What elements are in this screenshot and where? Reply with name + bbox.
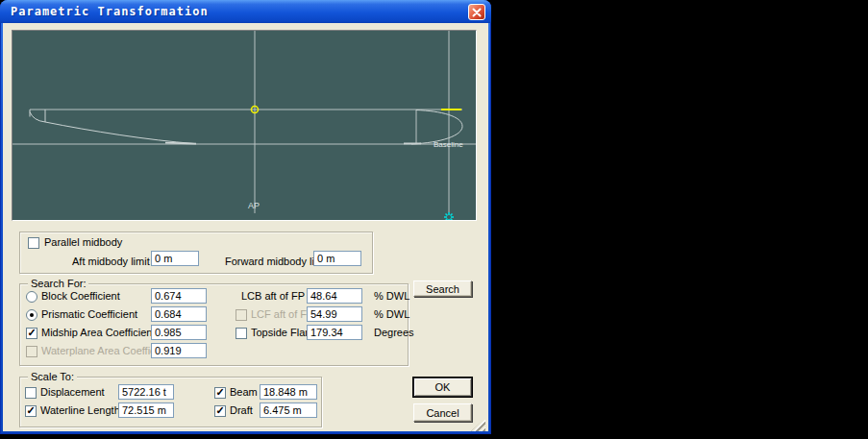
midship-area-coefficient-field[interactable] xyxy=(151,325,207,340)
stern-curve xyxy=(30,112,45,123)
displacement-checkbox[interactable] xyxy=(25,387,37,399)
topside-flare-field[interactable] xyxy=(307,325,362,340)
lcf-unit-label: % DWL xyxy=(374,308,409,321)
lcb-aft-of-fp-label: LCB aft of FP xyxy=(216,290,305,303)
lcb-aft-of-fp-field[interactable] xyxy=(307,288,362,304)
displacement-field[interactable] xyxy=(118,384,174,400)
lcb-unit-label: % DWL xyxy=(374,290,409,303)
parametric-transformation-dialog: Parametric Transformation xyxy=(0,0,491,434)
resize-grip-icon[interactable] xyxy=(471,418,485,431)
titlebar[interactable]: Parametric Transformation xyxy=(0,0,491,23)
lcf-aft-of-fp-checkbox xyxy=(236,309,247,321)
check-icon: ✓ xyxy=(215,388,224,397)
waterplane-area-coefficient-field[interactable] xyxy=(151,343,207,358)
cancel-button[interactable]: Cancel xyxy=(413,403,472,422)
displacement-label: Displacement xyxy=(40,386,105,399)
forward-midbody-limit-field[interactable] xyxy=(313,251,361,266)
search-for-group: Search For: Block Coefficient Prismatic … xyxy=(19,283,409,366)
midship-area-coefficient-checkbox[interactable]: ✓ xyxy=(26,328,37,339)
scale-to-title: Scale To: xyxy=(28,371,77,383)
keel-contact-segment-aft xyxy=(165,143,196,144)
draft-label: Draft xyxy=(230,404,253,417)
parallel-midbody-checkbox[interactable] xyxy=(28,237,39,249)
check-icon: ✓ xyxy=(215,406,224,415)
ap-label: AP xyxy=(248,201,260,210)
beam-label: Beam xyxy=(230,386,258,399)
lcf-aft-of-fp-field[interactable] xyxy=(307,306,362,322)
beam-checkbox[interactable]: ✓ xyxy=(214,387,226,399)
topside-flare-unit-label: Degrees xyxy=(374,327,414,339)
aft-midbody-limit-field[interactable] xyxy=(151,251,199,266)
waterline-length-checkbox[interactable]: ✓ xyxy=(25,405,37,417)
block-coefficient-field[interactable] xyxy=(151,288,207,304)
fp-base-star-icon[interactable] xyxy=(444,212,454,220)
hull-profile-curve xyxy=(45,122,194,144)
close-icon xyxy=(472,8,482,17)
search-for-title: Search For: xyxy=(28,278,88,290)
prismatic-coefficient-label: Prismatic Coefficient xyxy=(41,308,137,321)
close-button[interactable] xyxy=(468,4,485,20)
draft-field[interactable] xyxy=(260,402,317,418)
scale-to-group: Scale To: Displacement ✓ Waterline Lengt… xyxy=(19,377,322,427)
lcf-aft-of-fp-label: LCF aft of FP xyxy=(251,308,313,321)
window-title: Parametric Transformation xyxy=(11,5,209,18)
hull-profile-drawing: AP Baseline xyxy=(12,31,476,220)
waterline-length-label: Waterline Length xyxy=(40,404,120,417)
dialog-body: AP Baseline Parallel midbody Aft midbody… xyxy=(3,23,488,431)
draft-checkbox[interactable]: ✓ xyxy=(214,405,226,417)
parallel-midbody-label: Parallel midbody xyxy=(44,236,122,249)
topside-flare-label: Topside Flare xyxy=(251,327,314,339)
midship-area-coefficient-label: Midship Area Coefficient xyxy=(41,327,155,339)
ok-button[interactable]: OK xyxy=(413,378,472,397)
waterplane-area-coefficient-checkbox xyxy=(26,346,37,357)
check-icon: ✓ xyxy=(26,406,35,415)
check-icon: ✓ xyxy=(27,329,36,337)
hull-profile-canvas[interactable]: AP Baseline xyxy=(12,30,477,221)
beam-field[interactable] xyxy=(260,384,317,400)
block-coefficient-label: Block Coefficient xyxy=(41,290,120,303)
topside-flare-checkbox[interactable] xyxy=(236,328,247,339)
block-coefficient-radio[interactable] xyxy=(26,291,37,303)
baseline-label: Baseline xyxy=(434,140,463,149)
search-button[interactable]: Search xyxy=(413,280,472,297)
prismatic-coefficient-field[interactable] xyxy=(151,306,207,322)
aft-midbody-limit-label: Aft midbody limit xyxy=(72,256,150,268)
parallel-midbody-group: Parallel midbody Aft midbody limit Forwa… xyxy=(19,232,373,274)
waterline-length-field[interactable] xyxy=(118,402,174,418)
prismatic-coefficient-radio[interactable] xyxy=(26,309,37,321)
